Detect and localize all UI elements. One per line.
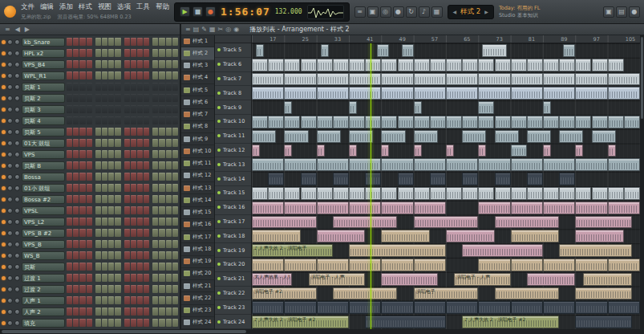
track-header[interactable]: Track 7 bbox=[215, 72, 251, 87]
clip[interactable] bbox=[398, 173, 414, 185]
step-cell[interactable] bbox=[131, 49, 136, 57]
picker-item[interactable]: 样式 9 bbox=[181, 133, 214, 145]
step-cell[interactable] bbox=[102, 251, 107, 259]
step-cell[interactable] bbox=[166, 161, 172, 169]
clip[interactable] bbox=[349, 301, 381, 314]
step-cell[interactable] bbox=[108, 150, 114, 158]
track-led[interactable] bbox=[217, 277, 221, 280]
clip[interactable] bbox=[333, 216, 398, 229]
step-cell[interactable] bbox=[102, 139, 107, 147]
clip[interactable] bbox=[592, 59, 608, 71]
menu-item[interactable]: 视图 bbox=[98, 2, 111, 12]
step-cell[interactable] bbox=[166, 173, 172, 181]
pan-knob[interactable] bbox=[7, 51, 13, 56]
channel-mute-led[interactable] bbox=[2, 119, 6, 123]
step-cell[interactable] bbox=[166, 60, 172, 68]
step-cell[interactable] bbox=[87, 150, 92, 158]
clip[interactable] bbox=[252, 59, 268, 71]
step-cell[interactable] bbox=[166, 71, 172, 79]
volume-knob[interactable] bbox=[14, 275, 20, 281]
step-cell[interactable] bbox=[79, 263, 85, 271]
step-cell[interactable] bbox=[172, 229, 178, 237]
step-cell[interactable] bbox=[152, 38, 158, 46]
step-cell[interactable] bbox=[131, 38, 136, 46]
step-cell[interactable] bbox=[67, 60, 72, 68]
step-cell[interactable] bbox=[131, 285, 136, 293]
step-cell[interactable] bbox=[67, 38, 72, 46]
prev-group-icon[interactable]: ◀ bbox=[15, 26, 20, 33]
step-cell[interactable] bbox=[152, 150, 158, 158]
step-cell[interactable] bbox=[144, 128, 149, 136]
track-header[interactable]: Track 24 bbox=[215, 315, 251, 329]
step-cell[interactable] bbox=[108, 139, 114, 147]
picker-item[interactable]: 样式 15 bbox=[181, 207, 214, 219]
step-cell[interactable] bbox=[102, 296, 107, 304]
track-header[interactable]: Track 6 bbox=[215, 58, 251, 72]
pan-knob[interactable] bbox=[7, 219, 13, 225]
channel-button[interactable]: kb_Snare bbox=[22, 38, 65, 47]
step-cell[interactable] bbox=[137, 38, 143, 46]
clip[interactable] bbox=[495, 287, 560, 300]
volume-knob[interactable] bbox=[14, 62, 20, 67]
step-cell[interactable] bbox=[115, 49, 120, 57]
step-cell[interactable] bbox=[137, 296, 143, 304]
track-led[interactable] bbox=[217, 249, 221, 252]
step-cell[interactable] bbox=[108, 218, 114, 226]
playlist-menu-icon[interactable]: ≡ bbox=[185, 26, 191, 33]
step-cell[interactable] bbox=[67, 285, 72, 293]
step-cell[interactable] bbox=[144, 229, 149, 237]
clip[interactable] bbox=[575, 202, 607, 214]
step-cell[interactable] bbox=[87, 195, 92, 203]
stop-button[interactable]: ■ bbox=[192, 6, 203, 17]
clip[interactable] bbox=[462, 59, 478, 71]
clip[interactable] bbox=[446, 187, 462, 200]
clip[interactable] bbox=[252, 130, 276, 143]
step-cell[interactable] bbox=[159, 308, 164, 316]
step-cell[interactable] bbox=[102, 195, 107, 203]
step-cell[interactable] bbox=[115, 263, 120, 271]
fl-badge-icon[interactable]: ● bbox=[629, 6, 640, 18]
step-cell[interactable] bbox=[115, 105, 120, 113]
clip[interactable]: 演唱电子 bbox=[414, 287, 479, 300]
step-cell[interactable] bbox=[144, 49, 149, 57]
volume-knob[interactable] bbox=[14, 287, 20, 292]
clip[interactable] bbox=[333, 173, 349, 185]
channel-button[interactable]: 过渡 1 bbox=[22, 274, 65, 283]
clip[interactable] bbox=[543, 158, 575, 171]
step-cell[interactable] bbox=[67, 150, 72, 158]
step-cell[interactable] bbox=[73, 139, 79, 147]
track-led[interactable] bbox=[217, 320, 221, 324]
step-cell[interactable] bbox=[159, 173, 164, 181]
track-header[interactable]: Track 8 bbox=[215, 86, 251, 100]
step-cell[interactable] bbox=[108, 206, 114, 214]
pan-knob[interactable] bbox=[7, 73, 13, 79]
step-cell[interactable] bbox=[87, 184, 92, 192]
clip[interactable] bbox=[268, 173, 284, 185]
clip[interactable] bbox=[430, 116, 446, 128]
step-cell[interactable] bbox=[115, 71, 120, 79]
clip[interactable] bbox=[252, 87, 284, 100]
step-cell[interactable] bbox=[115, 218, 120, 226]
step-cell[interactable] bbox=[124, 38, 130, 46]
step-cell[interactable] bbox=[137, 139, 143, 147]
step-cell[interactable] bbox=[166, 105, 172, 113]
clip[interactable] bbox=[381, 116, 397, 128]
step-cell[interactable] bbox=[131, 195, 136, 203]
clip[interactable] bbox=[381, 59, 397, 71]
channel-mute-led[interactable] bbox=[2, 209, 6, 213]
step-cell[interactable] bbox=[108, 319, 114, 327]
step-cell[interactable] bbox=[166, 139, 172, 147]
pan-knob[interactable] bbox=[7, 96, 13, 101]
step-cell[interactable] bbox=[131, 206, 136, 214]
step-cell[interactable] bbox=[95, 308, 101, 316]
step-cell[interactable] bbox=[144, 38, 149, 46]
step-cell[interactable] bbox=[172, 218, 178, 226]
step-cell[interactable] bbox=[152, 251, 158, 259]
step-cell[interactable] bbox=[87, 116, 92, 124]
clip[interactable]: ♪ 人声失效 2 - 演唱电子 #2 bbox=[252, 316, 349, 328]
clip[interactable] bbox=[381, 301, 413, 314]
clip[interactable] bbox=[462, 173, 478, 185]
step-cell[interactable] bbox=[152, 263, 158, 271]
clip[interactable]: ♪ 人声失效 2 - 演唱电子 bbox=[252, 244, 333, 257]
clip[interactable] bbox=[446, 87, 478, 100]
